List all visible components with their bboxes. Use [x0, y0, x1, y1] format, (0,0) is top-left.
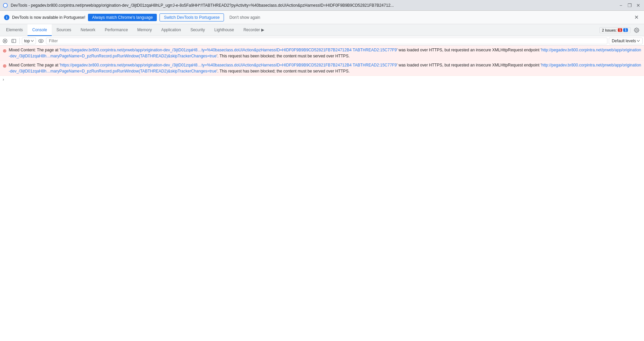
- minimize-button[interactable]: −: [618, 2, 624, 8]
- tabs-right-section: 2 Issues: 1 1: [599, 24, 643, 36]
- tab-lighthouse[interactable]: Lighthouse: [210, 24, 239, 36]
- info-bar: i DevTools is now available in Portugues…: [0, 11, 644, 24]
- svg-point-8: [39, 39, 43, 43]
- error-link-source[interactable]: https://pegadev.br800.corpintra.net/prwe…: [60, 63, 397, 67]
- error-icon: ⊗: [3, 62, 7, 69]
- default-levels-chevron-icon: [637, 40, 640, 42]
- dont-show-again-button[interactable]: Don't show again: [227, 14, 263, 21]
- console-prompt-row: ›: [0, 76, 644, 83]
- title-bar-controls: − ❐ ✕: [618, 2, 641, 8]
- chevron-down-icon: [31, 40, 34, 42]
- tab-sources[interactable]: Sources: [52, 24, 76, 36]
- console-error-row: ⊗Mixed Content: The page at 'https://peg…: [0, 46, 644, 61]
- top-context-dropdown[interactable]: top: [22, 38, 36, 44]
- tab-security[interactable]: Security: [186, 24, 210, 36]
- issues-label: 2 Issues:: [602, 28, 617, 32]
- tab-recorder[interactable]: Recorder ▶: [239, 24, 269, 36]
- issues-blue-badge: 1: [623, 28, 628, 32]
- toggle-sidebar-button[interactable]: [10, 37, 17, 45]
- prompt-chevron-icon: ›: [3, 77, 4, 82]
- top-label: top: [24, 39, 30, 43]
- tab-performance[interactable]: Performance: [100, 24, 133, 36]
- info-bar-close-button[interactable]: ✕: [633, 13, 640, 22]
- error-link-source[interactable]: https://pegadev.br800.corpintra.net/prwe…: [60, 48, 397, 52]
- info-bar-text: DevTools is now available in Portuguese!: [12, 15, 85, 20]
- tab-network[interactable]: Network: [76, 24, 100, 36]
- svg-point-9: [40, 40, 42, 42]
- close-window-button[interactable]: ✕: [635, 2, 641, 8]
- gear-icon: [634, 28, 639, 33]
- sidebar-icon: [11, 39, 16, 43]
- tab-elements[interactable]: Elements: [1, 24, 28, 36]
- default-levels-dropdown[interactable]: Default levels: [609, 38, 643, 44]
- error-icon: ⊗: [3, 47, 7, 54]
- match-language-button[interactable]: Always match Chrome's language: [88, 14, 157, 21]
- eye-button[interactable]: [37, 37, 45, 45]
- eye-icon: [38, 39, 44, 43]
- switch-to-portuguese-button[interactable]: Switch DevTools to Portuguese: [159, 13, 224, 21]
- default-levels-label: Default levels: [612, 39, 636, 43]
- console-error-row: ⊗Mixed Content: The page at 'https://peg…: [0, 61, 644, 76]
- tab-console[interactable]: Console: [28, 24, 52, 36]
- console-toolbar: top Default levels: [0, 36, 644, 46]
- tab-application[interactable]: Application: [156, 24, 186, 36]
- error-message: Mixed Content: The page at 'https://pega…: [9, 47, 641, 59]
- issues-red-badge: 1: [618, 28, 623, 32]
- settings-button[interactable]: [632, 26, 641, 35]
- issues-badge[interactable]: 2 Issues: 1 1: [599, 27, 631, 33]
- console-filter-input[interactable]: [46, 38, 607, 44]
- info-icon: i: [4, 15, 9, 20]
- svg-rect-6: [12, 39, 16, 43]
- title-bar-text: DevTools - pegadev.br800.corpintra.net/p…: [11, 3, 615, 8]
- toolbar-separator: [19, 38, 20, 44]
- tab-memory[interactable]: Memory: [133, 24, 156, 36]
- tabs-bar: Elements Console Sources Network Perform…: [0, 24, 644, 36]
- chrome-icon: [3, 3, 8, 8]
- console-content: ⊗Mixed Content: The page at 'https://peg…: [0, 46, 644, 341]
- title-bar: DevTools - pegadev.br800.corpintra.net/p…: [0, 0, 644, 11]
- maximize-button[interactable]: ❐: [627, 2, 633, 8]
- clear-console-button[interactable]: [1, 37, 9, 45]
- clear-icon: [3, 39, 7, 43]
- error-message: Mixed Content: The page at 'https://pega…: [9, 62, 641, 74]
